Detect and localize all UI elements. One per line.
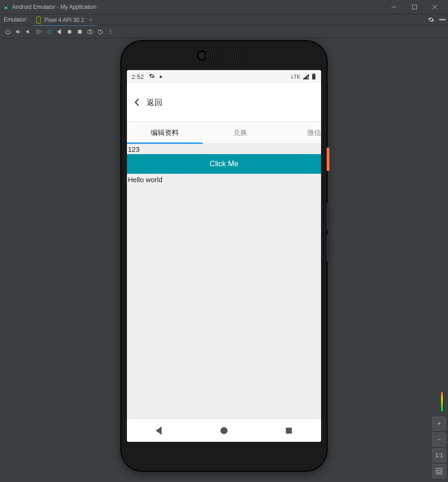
svg-marker-23 [302,74,309,79]
emulator-viewport: 2:52 LTE 返回 [0,38,448,482]
device-bar-label: Emulator: [4,16,28,23]
zoom-one-to-one-button[interactable]: 1:1 [432,448,446,462]
android-status-bar: 2:52 LTE [127,70,321,83]
text-line-2: Hello world [127,174,321,185]
screenshot-button[interactable] [85,25,95,38]
svg-rect-27 [313,73,315,74]
battery-icon [312,73,316,80]
svg-rect-12 [49,29,51,33]
phone-power-key[interactable] [327,148,329,171]
tab-redeem[interactable]: 兑换 [203,122,278,143]
hide-panel-button[interactable] [437,14,448,25]
tab-label: 兑换 [233,128,247,137]
volume-up-button[interactable] [13,25,23,38]
status-time: 2:52 [132,73,144,80]
nav-back-button[interactable] [54,25,64,38]
device-tab[interactable]: Pixel 4 API 30 2 ✕ [33,14,97,26]
svg-rect-32 [438,470,441,473]
window-title: Android Emulator - My Application [12,4,384,10]
nav-back[interactable] [140,419,178,442]
zoom-fit-button[interactable] [432,464,446,478]
svg-rect-15 [78,30,82,34]
app-bar-title[interactable]: 返回 [147,97,162,108]
phone-volume-up-key[interactable] [327,203,329,230]
signal-icon [302,74,309,79]
device-bar: Emulator: Pixel 4 API 30 2 ✕ [0,14,448,25]
app-bar: 返回 [127,83,321,121]
svg-rect-5 [413,5,417,9]
more-button[interactable] [105,25,116,38]
svg-rect-18 [89,29,91,30]
android-nav-bar [127,419,321,442]
app-content: 123 Click Me Hello world [127,144,321,419]
nav-home[interactable] [205,419,243,442]
rotate-left-button[interactable] [34,25,44,38]
phone-frame: 2:52 LTE 返回 [121,41,327,471]
earpiece-icon [202,54,246,58]
text-line-1: 123 [127,144,321,154]
volume-down-button[interactable] [23,25,34,38]
device-tab-name: Pixel 4 API 30 2 [44,17,84,23]
svg-rect-16 [88,30,93,34]
settings-gear-button[interactable] [426,14,437,25]
status-gear-icon [149,73,155,80]
close-button[interactable] [425,0,445,14]
svg-rect-31 [436,468,442,474]
tab-bar: 编辑资料 兑换 微信 [127,121,321,144]
svg-point-17 [89,31,91,33]
phone-icon [36,16,42,24]
tab-label: 编辑资料 [151,128,179,137]
nav-overview[interactable] [270,419,308,442]
record-button[interactable] [95,25,105,38]
svg-point-0 [5,7,6,8]
svg-rect-26 [312,74,315,79]
power-button[interactable] [3,25,13,38]
tab-wechat[interactable]: 微信 [278,122,321,143]
zoom-out-button[interactable]: − [432,432,446,447]
status-network: LTE [291,74,301,79]
zoom-rail: + − 1:1 [432,391,446,478]
emulator-toolbar [0,25,448,38]
android-logo-icon [3,4,9,10]
tab-edit-profile[interactable]: 编辑资料 [127,122,203,143]
back-icon[interactable] [133,98,141,107]
tab-label: 微信 [307,128,321,137]
svg-point-14 [68,30,71,34]
window-titlebar: Android Emulator - My Application [0,0,448,14]
svg-point-9 [38,22,39,22]
nav-overview-button[interactable] [75,25,85,38]
phone-volume-down-key[interactable] [327,234,329,262]
svg-rect-11 [37,29,39,33]
svg-point-1 [7,7,7,8]
svg-point-20 [110,29,111,30]
performance-gauge-icon [441,391,443,412]
status-dot-icon [160,76,162,78]
phone-screen: 2:52 LTE 返回 [127,70,321,442]
svg-marker-13 [57,29,61,35]
svg-line-3 [7,6,8,7]
svg-rect-30 [286,428,292,434]
svg-line-2 [4,6,5,7]
close-tab-icon[interactable]: ✕ [89,17,92,22]
svg-point-22 [110,33,111,34]
svg-point-21 [110,31,111,32]
nav-home-button[interactable] [64,25,75,38]
minimize-button[interactable] [384,0,404,14]
svg-marker-28 [156,426,162,435]
svg-point-29 [220,427,227,434]
rotate-right-button[interactable] [44,25,54,38]
zoom-in-button[interactable]: + [432,417,446,431]
click-me-button[interactable]: Click Me [127,154,321,174]
maximize-button[interactable] [404,0,425,14]
